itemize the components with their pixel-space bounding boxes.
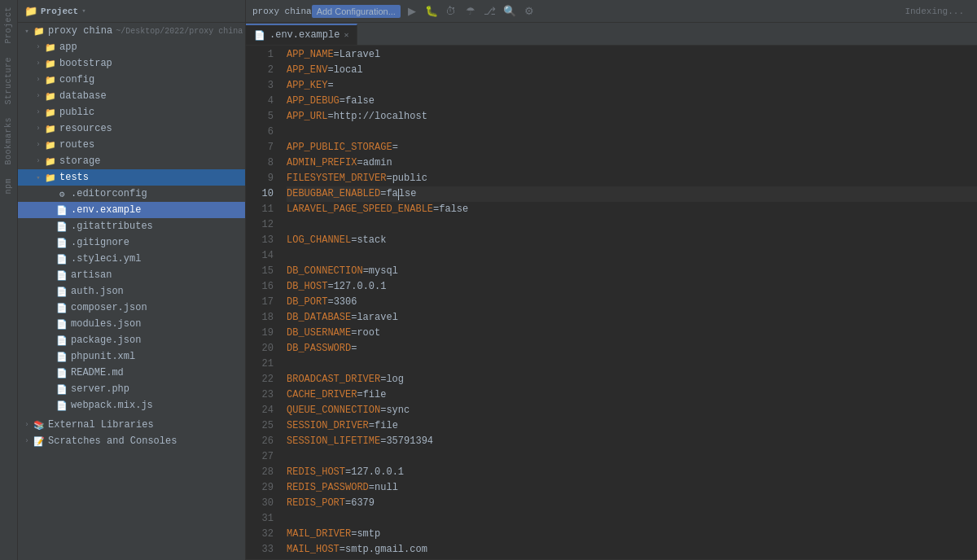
search-everywhere-button[interactable]: 🔍 (502, 3, 518, 20)
code-line-2: APP_ENV=local (287, 63, 977, 78)
tree-root[interactable]: ▾ 📁 proxy china ~/Desktop/2022/proxy chi… (18, 23, 245, 39)
tree-item-editorconfig[interactable]: › ⚙ .editorconfig (18, 186, 245, 202)
code-line-8: ADMIN_PREFIX=admin (287, 155, 977, 171)
code-line-24: QUEUE_CONNECTION=sync (287, 403, 977, 418)
vcs-button[interactable]: ⎇ (482, 3, 498, 20)
authjson-label: auth.json (71, 286, 124, 297)
tree-item-phpunitxml[interactable]: › 📄 phpunit.xml (18, 348, 245, 365)
tree-item-routes[interactable]: › 📁 routes (18, 137, 245, 153)
modulesjson-label: modules.json (71, 318, 141, 330)
side-label-bookmarks[interactable]: Bookmarks (2, 111, 15, 172)
code-line-27 (287, 449, 977, 465)
add-configuration-button[interactable]: Add Configuration... (312, 5, 401, 18)
database-folder-icon: 📁 (44, 90, 57, 103)
bootstrap-label: bootstrap (59, 58, 112, 69)
config-label: config (59, 74, 94, 85)
code-line-25: SESSION_DRIVER=file (287, 418, 977, 434)
root-path: ~/Desktop/2022/proxy china (116, 27, 243, 36)
project-tree: ▾ 📁 proxy china ~/Desktop/2022/proxy chi… (18, 23, 245, 560)
tab-envexample-icon: 📄 (254, 30, 265, 41)
code-line-16: DB_HOST=127.0.0.1 (287, 279, 977, 295)
envexample-label: .env.example (71, 204, 141, 216)
main-area: proxy china Add Configuration... ▶ 🐛 ⏱ ☂… (246, 0, 977, 560)
tab-envexample[interactable]: 📄 .env.example ✕ (246, 24, 357, 45)
bootstrap-arrow: › (33, 59, 44, 68)
root-label: proxy china (48, 25, 112, 37)
app-arrow: › (33, 43, 44, 51)
tree-item-public[interactable]: › 📁 public (18, 104, 245, 120)
code-line-18: DB_DATABASE=laravel (287, 310, 977, 326)
run-button[interactable]: ▶ (404, 3, 420, 20)
webpackmix-label: webpack.mix.js (71, 400, 153, 411)
tree-item-styleci[interactable]: › 📄 .styleci.yml (18, 251, 245, 267)
artisan-label: artisan (71, 269, 112, 281)
code-line-28: REDIS_HOST=127.0.0.1 (287, 465, 977, 480)
code-line-34: MAIL_PORT=465 (287, 558, 977, 559)
title-bar: proxy china Add Configuration... ▶ 🐛 ⏱ ☂… (246, 0, 977, 23)
tree-item-storage[interactable]: › 📁 storage (18, 153, 245, 169)
sidebar-title: 📁 Project ▾ (24, 5, 86, 18)
tests-folder-icon: 📁 (44, 171, 57, 184)
packagejson-icon: 📄 (55, 334, 68, 347)
code-line-3: APP_KEY= (287, 78, 977, 94)
tree-item-artisan[interactable]: › 📄 artisan (18, 267, 245, 283)
side-label-structure[interactable]: Structure (2, 50, 15, 112)
tree-item-authjson[interactable]: › 📄 auth.json (18, 283, 245, 300)
tree-item-gitattributes[interactable]: › 📄 .gitattributes (18, 218, 245, 234)
tree-item-app[interactable]: › 📁 app (18, 39, 245, 55)
sidebar-header: 📁 Project ▾ (18, 0, 245, 23)
tree-item-webpackmix[interactable]: › 📄 webpack.mix.js (18, 397, 245, 413)
code-line-20: DB_PASSWORD= (287, 341, 977, 357)
tree-item-gitignore[interactable]: › 📄 .gitignore (18, 234, 245, 251)
composerjson-label: composer.json (71, 302, 147, 313)
extlibs-arrow: › (21, 421, 33, 429)
title-right: Add Configuration... ▶ 🐛 ⏱ ☂ ⎇ 🔍 ⚙ (312, 3, 537, 20)
scratches-label: Scratches and Consoles (48, 435, 177, 447)
debug-button[interactable]: 🐛 (423, 3, 440, 20)
window-title: proxy china (252, 7, 312, 16)
gitignore-icon: 📄 (55, 236, 68, 249)
bootstrap-folder-icon: 📁 (44, 57, 57, 70)
composerjson-icon: 📄 (55, 301, 68, 314)
code-line-11: LARAVEL_PAGE_SPEED_ENABLE=false (287, 202, 977, 217)
routes-label: routes (59, 139, 94, 151)
sidebar: 📁 Project ▾ ▾ 📁 proxy china ~/Desktop/20… (18, 0, 246, 560)
tree-item-readme[interactable]: › 📄 README.md (18, 365, 245, 381)
packagejson-label: package.json (71, 335, 141, 346)
code-line-4: APP_DEBUG=false (287, 94, 977, 109)
coverage-button[interactable]: ☂ (462, 3, 479, 20)
code-line-32: MAIL_DRIVER=smtp (287, 527, 977, 542)
serverphp-label: server.php (71, 383, 129, 395)
resources-label: resources (59, 123, 112, 134)
tree-item-serverphp[interactable]: › 📄 server.php (18, 381, 245, 397)
authjson-icon: 📄 (55, 285, 68, 298)
project-dropdown-arrow[interactable]: ▾ (81, 7, 85, 15)
tree-item-packagejson[interactable]: › 📄 package.json (18, 332, 245, 348)
side-label-npm[interactable]: npm (2, 172, 15, 201)
scratches-icon: 📝 (33, 435, 46, 448)
editor-content[interactable]: APP_NAME=LaravelAPP_ENV=localAPP_KEY=APP… (280, 46, 977, 559)
side-label-project[interactable]: Project (2, 0, 15, 50)
readme-icon: 📄 (55, 366, 68, 379)
code-line-19: DB_USERNAME=root (287, 326, 977, 341)
settings-button[interactable]: ⚙ (521, 3, 537, 20)
code-line-26: SESSION_LIFETIME=35791394 (287, 434, 977, 449)
tree-item-config[interactable]: › 📁 config (18, 72, 245, 88)
database-label: database (59, 90, 107, 102)
tree-item-tests[interactable]: ▾ 📁 tests (18, 169, 245, 186)
tree-item-modulesjson[interactable]: › 📄 modules.json (18, 316, 245, 332)
tab-envexample-close[interactable]: ✕ (344, 30, 348, 40)
code-line-21 (287, 357, 977, 372)
tree-item-composerjson[interactable]: › 📄 composer.json (18, 300, 245, 316)
tree-item-envexample[interactable]: › 📄 .env.example (18, 202, 245, 218)
tree-item-bootstrap[interactable]: › 📁 bootstrap (18, 55, 245, 72)
tree-item-resources[interactable]: › 📁 resources (18, 120, 245, 137)
editorconfig-icon: ⚙ (55, 187, 68, 200)
profile-button[interactable]: ⏱ (443, 3, 459, 20)
tree-item-extlibs[interactable]: › 📚 External Libraries (18, 417, 245, 433)
indexing-label: Indexing... (905, 7, 970, 16)
phpunitxml-icon: 📄 (55, 350, 68, 363)
tree-item-scratches[interactable]: › 📝 Scratches and Consoles (18, 433, 245, 449)
code-line-10: DEBUGBAR_ENABLED=false (287, 186, 977, 202)
tree-item-database[interactable]: › 📁 database (18, 88, 245, 104)
